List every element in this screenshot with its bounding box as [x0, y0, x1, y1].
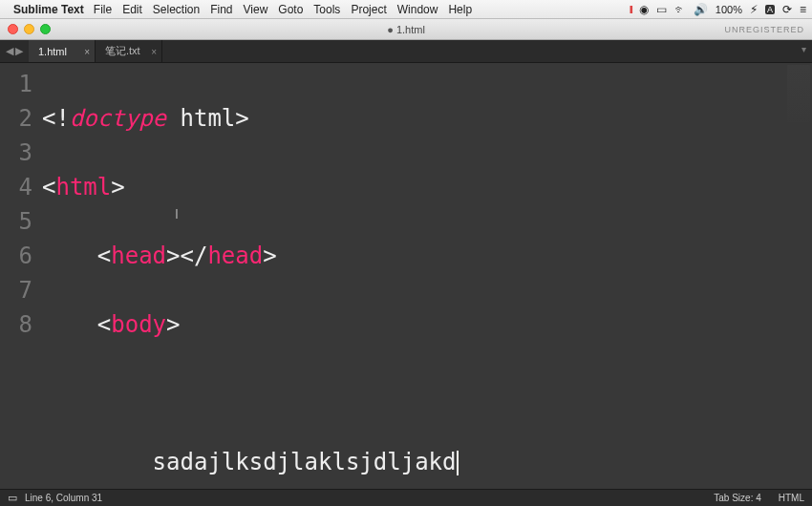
indent — [42, 449, 153, 475]
punct: > — [235, 105, 248, 132]
punct: > — [263, 242, 276, 269]
tab-nav-arrows: ◀ ▶ — [0, 40, 29, 62]
punct: </ — [181, 242, 208, 269]
tag-name: head — [207, 242, 263, 269]
menu-window[interactable]: Window — [397, 3, 438, 16]
line-number: 7 — [0, 273, 32, 307]
menu-goto[interactable]: Goto — [278, 3, 303, 16]
line-number: 1 — [0, 67, 32, 101]
menu-selection[interactable]: Selection — [153, 3, 200, 16]
tab-1html[interactable]: 1.html × — [29, 40, 96, 62]
menu-file[interactable]: File — [94, 3, 112, 16]
wifi-icon[interactable]: ᯤ — [674, 3, 686, 16]
tab-label: 1.html — [38, 46, 67, 57]
tab-nav-forward-icon[interactable]: ▶ — [15, 45, 23, 57]
dirty-indicator-icon: ● — [387, 24, 394, 35]
close-icon[interactable] — [8, 24, 18, 34]
punct: < — [97, 242, 111, 269]
menubar-right-icons: II ◉ ▭ ᯤ 🔊 100% ⚡︎ A ⟳ ≡ — [630, 3, 806, 16]
punct: > — [166, 242, 180, 269]
indent — [42, 242, 97, 269]
screencast-icon[interactable]: ◉ — [639, 3, 649, 16]
menu-tools[interactable]: Tools — [313, 3, 340, 16]
punct: < — [42, 174, 55, 200]
line-number: 2 — [0, 101, 32, 136]
line-number: 3 — [0, 136, 32, 170]
unregistered-label: UNREGISTERED — [724, 25, 804, 34]
tag-name: html — [55, 174, 111, 200]
space — [166, 105, 180, 132]
menu-project[interactable]: Project — [351, 3, 386, 16]
line-number: 4 — [0, 170, 32, 204]
line-gutter: 1 2 3 4 5 6 7 8 — [0, 63, 42, 489]
status-cursor-pos[interactable]: Line 6, Column 31 — [25, 493, 102, 503]
editor-area[interactable]: 1 2 3 4 5 6 7 8 <!doctype html> <html> <… — [0, 63, 812, 489]
tab-notes[interactable]: 笔记.txt × — [96, 40, 162, 62]
statusbar-panel-icon[interactable]: ▭ — [8, 492, 17, 504]
macos-menubar: Sublime Text File Edit Selection Find Vi… — [0, 0, 812, 19]
punct: < — [97, 311, 111, 338]
close-tab-icon[interactable]: × — [84, 46, 90, 56]
close-tab-icon[interactable]: × — [151, 46, 157, 56]
status-tabsize[interactable]: Tab Size: 4 — [714, 493, 760, 503]
window-title-text: 1.html — [396, 24, 425, 35]
menu-edit[interactable]: Edit — [122, 3, 142, 16]
statusbar: ▭ Line 6, Column 31 Tab Size: 4 HTML — [0, 489, 812, 506]
textinput-icon[interactable]: A — [765, 5, 775, 14]
punct: <! — [42, 105, 70, 132]
minimize-icon[interactable] — [24, 24, 34, 34]
doctype-value: html — [181, 105, 236, 132]
tab-label: 笔记.txt — [105, 44, 140, 58]
line-number: 6 — [0, 239, 32, 273]
display-icon[interactable]: ▭ — [656, 3, 667, 16]
tab-nav-back-icon[interactable]: ◀ — [6, 45, 13, 57]
doctype-keyword: doctype — [70, 105, 166, 132]
maximize-icon[interactable] — [40, 24, 51, 34]
line-number: 5 — [0, 204, 32, 239]
window-titlebar: ● 1.html UNREGISTERED — [0, 19, 812, 40]
status-syntax[interactable]: HTML — [779, 493, 804, 503]
battery-icon[interactable]: ⚡︎ — [750, 3, 758, 16]
line-number: 8 — [0, 307, 32, 342]
notification-icon[interactable]: ≡ — [800, 3, 806, 16]
battery-percent[interactable]: 100% — [716, 4, 742, 15]
menu-help[interactable]: Help — [448, 3, 472, 16]
window-controls — [8, 24, 51, 34]
tag-name: head — [111, 242, 166, 269]
menu-find[interactable]: Find — [210, 3, 232, 16]
text-content: sadajlksdjlaklsjdljakd — [153, 449, 457, 475]
text-cursor — [457, 451, 459, 475]
punct: > — [166, 311, 180, 338]
minimap[interactable] — [787, 65, 810, 122]
tabbar-overflow-icon[interactable]: ▾ — [801, 44, 806, 54]
editor-tabbar: ◀ ▶ 1.html × 笔记.txt × ▾ — [0, 40, 812, 63]
window-title: ● 1.html — [0, 24, 812, 35]
tag-name: body — [111, 311, 166, 338]
menubar-app-name[interactable]: Sublime Text — [13, 3, 84, 16]
punct: > — [111, 174, 124, 200]
sync-icon[interactable]: ⟳ — [782, 3, 792, 16]
menu-view[interactable]: View — [244, 3, 268, 16]
indent — [42, 311, 97, 338]
indent — [42, 380, 153, 407]
pause-icon[interactable]: II — [630, 4, 631, 15]
code-content[interactable]: <!doctype html> <html> <head></head> <bo… — [42, 63, 812, 489]
volume-icon[interactable]: 🔊 — [694, 3, 708, 16]
